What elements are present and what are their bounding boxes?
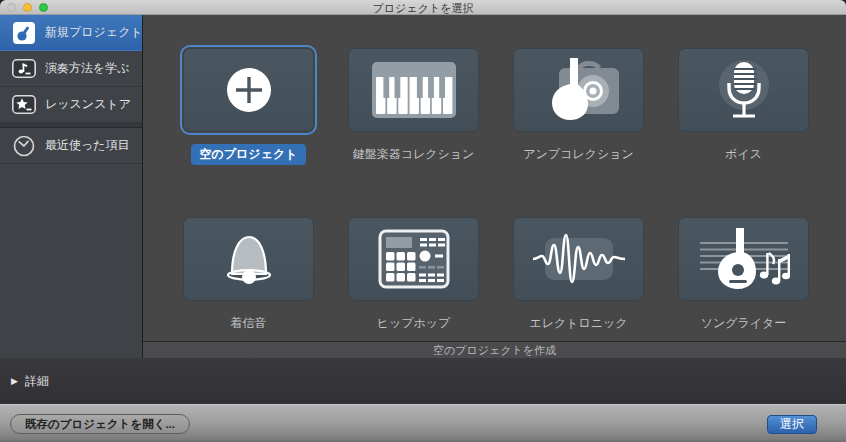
star-screen-icon — [11, 95, 37, 114]
tile-ringtone[interactable] — [183, 217, 314, 301]
status-bar-label: 空のプロジェクトを作成 — [433, 343, 556, 358]
sidebar-item-label: 演奏方法を学ぶ — [45, 60, 130, 77]
template-cell: 着信音 — [183, 217, 314, 333]
piano-keyboard-icon — [372, 62, 456, 118]
template-cell: 空のプロジェクト — [183, 48, 314, 164]
sidebar-item-label: 最近使った項目 — [45, 137, 130, 154]
template-cell: エレクトロニック — [513, 217, 644, 333]
tile-label: 着信音 — [231, 315, 267, 332]
sidebar-item-recents[interactable]: 最近使った項目 — [0, 128, 142, 164]
sidebar-item-new-project[interactable]: 新規プロジェクト — [0, 15, 142, 51]
sidebar-item-label: 新規プロジェクト — [45, 24, 143, 41]
sidebar: 新規プロジェクト 演奏方法を学ぶ — [0, 15, 143, 358]
sidebar-item-learn-to-play[interactable]: 演奏方法を学ぶ — [0, 51, 142, 87]
open-existing-project-button[interactable]: 既存のプロジェクトを開く... — [10, 414, 190, 434]
tile-empty-project[interactable] — [183, 48, 314, 132]
choose-button[interactable]: 選択 — [767, 415, 817, 434]
details-label: 詳細 — [25, 373, 49, 390]
disclosure-triangle-icon: ▶ — [11, 376, 18, 386]
tile-keyboard-collection[interactable] — [348, 48, 479, 132]
tile-label: エレクトロニック — [529, 315, 627, 332]
tile-songwriter[interactable] — [678, 217, 809, 301]
tile-label: ヒップホップ — [377, 315, 451, 332]
project-chooser-window: プロジェクトを選択 新規プロジェクト — [0, 0, 846, 442]
template-cell: ボイス — [678, 48, 809, 164]
tile-label: ボイス — [725, 146, 762, 163]
window-title: プロジェクトを選択 — [0, 1, 846, 16]
tile-electronic[interactable] — [513, 217, 644, 301]
template-cell: ヒップホップ — [348, 217, 479, 333]
tile-label: アンプコレクション — [523, 146, 634, 163]
template-cell: ソングライター — [678, 217, 809, 333]
tile-amp-collection[interactable] — [513, 48, 644, 132]
sidebar-item-lesson-store[interactable]: レッスンストア — [0, 87, 142, 123]
music-note-screen-icon — [11, 59, 37, 78]
sidebar-item-label: レッスンストア — [45, 96, 131, 113]
template-cell: アンプコレクション — [513, 48, 644, 164]
details-disclosure[interactable]: ▶ 詳細 — [0, 358, 846, 404]
template-cell: 鍵盤楽器コレクション — [348, 48, 479, 164]
acoustic-guitar-notes-icon — [698, 228, 790, 290]
titlebar: プロジェクトを選択 — [0, 0, 846, 15]
microphone-icon — [702, 58, 786, 122]
plus-circle-icon — [226, 67, 272, 113]
tile-label: 鍵盤楽器コレクション — [353, 146, 475, 163]
bell-icon — [207, 229, 291, 289]
clock-icon — [11, 135, 37, 157]
guitar-amp-icon — [533, 58, 625, 122]
template-status-bar: 空のプロジェクトを作成 — [143, 341, 846, 358]
tile-voice[interactable] — [678, 48, 809, 132]
tile-label: ソングライター — [701, 315, 787, 332]
footer-bar: 既存のプロジェクトを開く... 選択 — [0, 404, 846, 442]
garageband-guitar-icon — [11, 22, 37, 44]
drum-machine-icon — [372, 228, 456, 290]
tile-label-selected: 空のプロジェクト — [191, 144, 307, 165]
waveform-icon — [533, 230, 625, 288]
tile-hip-hop[interactable] — [348, 217, 479, 301]
template-grid: 空のプロジェクト — [143, 15, 846, 358]
